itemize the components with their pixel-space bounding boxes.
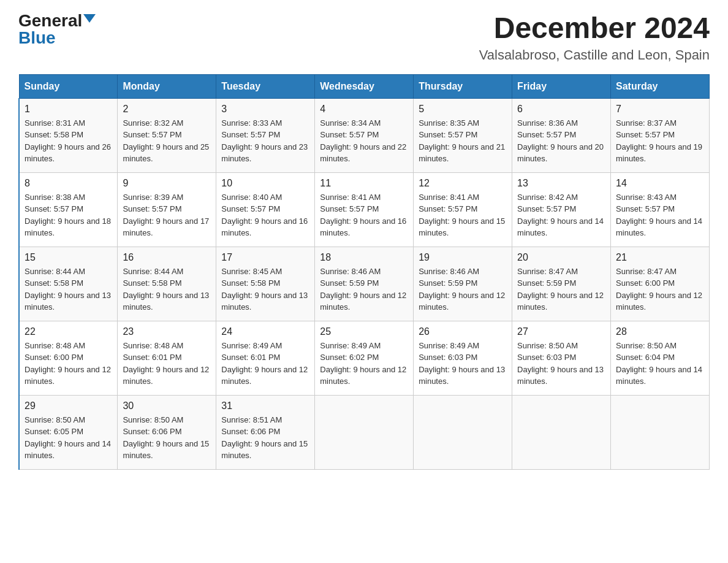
calendar-cell (315, 395, 414, 469)
day-number: 1 (25, 104, 112, 115)
calendar-cell (611, 395, 710, 469)
calendar-header-thursday: Thursday (414, 74, 512, 98)
calendar-cell: 20 Sunrise: 8:47 AM Sunset: 5:59 PM Dayl… (512, 247, 611, 321)
logo-blue-text: Blue (18, 29, 56, 47)
day-info: Sunrise: 8:51 AM Sunset: 6:06 PM Dayligh… (221, 414, 309, 462)
calendar-cell: 13 Sunrise: 8:42 AM Sunset: 5:57 PM Dayl… (512, 172, 611, 247)
calendar-cell: 31 Sunrise: 8:51 AM Sunset: 6:06 PM Dayl… (216, 395, 315, 469)
day-info: Sunrise: 8:31 AM Sunset: 5:58 PM Dayligh… (25, 117, 112, 165)
calendar-cell: 10 Sunrise: 8:40 AM Sunset: 5:57 PM Dayl… (216, 172, 315, 247)
calendar-week-row: 1 Sunrise: 8:31 AM Sunset: 5:58 PM Dayli… (19, 98, 710, 172)
day-number: 3 (221, 104, 309, 115)
day-info: Sunrise: 8:49 AM Sunset: 6:03 PM Dayligh… (419, 340, 507, 388)
day-info: Sunrise: 8:43 AM Sunset: 5:57 PM Dayligh… (616, 191, 704, 239)
day-number: 30 (123, 400, 211, 412)
day-info: Sunrise: 8:50 AM Sunset: 6:04 PM Dayligh… (616, 340, 704, 388)
calendar-cell: 1 Sunrise: 8:31 AM Sunset: 5:58 PM Dayli… (19, 98, 118, 172)
day-number: 6 (517, 104, 605, 115)
day-number: 11 (320, 178, 408, 189)
day-number: 2 (123, 104, 211, 115)
day-number: 13 (517, 178, 605, 189)
calendar-cell: 14 Sunrise: 8:43 AM Sunset: 5:57 PM Dayl… (611, 172, 710, 247)
day-number: 14 (616, 178, 704, 189)
day-number: 24 (221, 326, 309, 337)
day-number: 7 (616, 104, 704, 115)
day-info: Sunrise: 8:44 AM Sunset: 5:58 PM Dayligh… (25, 266, 112, 313)
day-info: Sunrise: 8:32 AM Sunset: 5:57 PM Dayligh… (123, 117, 211, 165)
calendar-cell: 5 Sunrise: 8:35 AM Sunset: 5:57 PM Dayli… (414, 98, 512, 172)
calendar-cell: 15 Sunrise: 8:44 AM Sunset: 5:58 PM Dayl… (19, 247, 118, 321)
day-info: Sunrise: 8:40 AM Sunset: 5:57 PM Dayligh… (221, 191, 309, 239)
day-info: Sunrise: 8:44 AM Sunset: 5:58 PM Dayligh… (123, 266, 211, 313)
day-info: Sunrise: 8:39 AM Sunset: 5:57 PM Dayligh… (123, 191, 211, 239)
day-info: Sunrise: 8:47 AM Sunset: 6:00 PM Dayligh… (616, 266, 704, 313)
day-info: Sunrise: 8:50 AM Sunset: 6:05 PM Dayligh… (25, 414, 112, 462)
calendar-cell (414, 395, 512, 469)
calendar-cell: 11 Sunrise: 8:41 AM Sunset: 5:57 PM Dayl… (315, 172, 414, 247)
calendar-header-wednesday: Wednesday (315, 74, 414, 98)
calendar-cell: 28 Sunrise: 8:50 AM Sunset: 6:04 PM Dayl… (611, 321, 710, 395)
day-number: 28 (616, 326, 704, 337)
day-info: Sunrise: 8:50 AM Sunset: 6:06 PM Dayligh… (123, 414, 211, 462)
day-info: Sunrise: 8:50 AM Sunset: 6:03 PM Dayligh… (517, 340, 605, 388)
calendar-table: SundayMondayTuesdayWednesdayThursdayFrid… (18, 74, 710, 470)
day-info: Sunrise: 8:46 AM Sunset: 5:59 PM Dayligh… (419, 266, 507, 313)
calendar-week-row: 8 Sunrise: 8:38 AM Sunset: 5:57 PM Dayli… (19, 172, 710, 247)
logo-triangle-icon (83, 14, 96, 23)
calendar-cell: 27 Sunrise: 8:50 AM Sunset: 6:03 PM Dayl… (512, 321, 611, 395)
calendar-cell: 29 Sunrise: 8:50 AM Sunset: 6:05 PM Dayl… (19, 395, 118, 469)
calendar-header-tuesday: Tuesday (216, 74, 315, 98)
day-info: Sunrise: 8:48 AM Sunset: 6:00 PM Dayligh… (25, 340, 112, 388)
day-info: Sunrise: 8:48 AM Sunset: 6:01 PM Dayligh… (123, 340, 211, 388)
calendar-header-row: SundayMondayTuesdayWednesdayThursdayFrid… (19, 74, 710, 98)
calendar-cell: 9 Sunrise: 8:39 AM Sunset: 5:57 PM Dayli… (118, 172, 216, 247)
day-number: 5 (419, 104, 507, 115)
day-info: Sunrise: 8:42 AM Sunset: 5:57 PM Dayligh… (517, 191, 605, 239)
location-title: Valsalabroso, Castille and Leon, Spain (479, 47, 710, 63)
day-info: Sunrise: 8:46 AM Sunset: 5:59 PM Dayligh… (320, 266, 408, 313)
calendar-cell: 7 Sunrise: 8:37 AM Sunset: 5:57 PM Dayli… (611, 98, 710, 172)
calendar-cell: 2 Sunrise: 8:32 AM Sunset: 5:57 PM Dayli… (118, 98, 216, 172)
day-info: Sunrise: 8:34 AM Sunset: 5:57 PM Dayligh… (320, 117, 408, 165)
calendar-cell: 8 Sunrise: 8:38 AM Sunset: 5:57 PM Dayli… (19, 172, 118, 247)
calendar-cell (512, 395, 611, 469)
calendar-cell: 21 Sunrise: 8:47 AM Sunset: 6:00 PM Dayl… (611, 247, 710, 321)
day-number: 15 (25, 252, 112, 263)
day-number: 17 (221, 252, 309, 263)
day-number: 10 (221, 178, 309, 189)
day-number: 18 (320, 252, 408, 263)
calendar-cell: 24 Sunrise: 8:49 AM Sunset: 6:01 PM Dayl… (216, 321, 315, 395)
day-number: 29 (25, 400, 112, 412)
calendar-week-row: 15 Sunrise: 8:44 AM Sunset: 5:58 PM Dayl… (19, 247, 710, 321)
day-number: 20 (517, 252, 605, 263)
calendar-cell: 18 Sunrise: 8:46 AM Sunset: 5:59 PM Dayl… (315, 247, 414, 321)
day-info: Sunrise: 8:35 AM Sunset: 5:57 PM Dayligh… (419, 117, 507, 165)
day-number: 4 (320, 104, 408, 115)
calendar-cell: 22 Sunrise: 8:48 AM Sunset: 6:00 PM Dayl… (19, 321, 118, 395)
day-info: Sunrise: 8:47 AM Sunset: 5:59 PM Dayligh… (517, 266, 605, 313)
logo: General Blue (18, 12, 96, 47)
calendar-cell: 6 Sunrise: 8:36 AM Sunset: 5:57 PM Dayli… (512, 98, 611, 172)
title-block: December 2024 Valsalabroso, Castille and… (479, 12, 710, 63)
day-info: Sunrise: 8:49 AM Sunset: 6:01 PM Dayligh… (221, 340, 309, 388)
page-header: General Blue December 2024 Valsalabroso,… (18, 12, 710, 63)
day-info: Sunrise: 8:41 AM Sunset: 5:57 PM Dayligh… (320, 191, 408, 239)
day-info: Sunrise: 8:37 AM Sunset: 5:57 PM Dayligh… (616, 117, 704, 165)
calendar-week-row: 22 Sunrise: 8:48 AM Sunset: 6:00 PM Dayl… (19, 321, 710, 395)
day-info: Sunrise: 8:49 AM Sunset: 6:02 PM Dayligh… (320, 340, 408, 388)
day-info: Sunrise: 8:45 AM Sunset: 5:58 PM Dayligh… (221, 266, 309, 313)
logo-general-text: General (18, 12, 82, 29)
day-number: 25 (320, 326, 408, 337)
calendar-cell: 17 Sunrise: 8:45 AM Sunset: 5:58 PM Dayl… (216, 247, 315, 321)
month-title: December 2024 (479, 12, 710, 45)
day-number: 12 (419, 178, 507, 189)
calendar-cell: 26 Sunrise: 8:49 AM Sunset: 6:03 PM Dayl… (414, 321, 512, 395)
calendar-cell: 23 Sunrise: 8:48 AM Sunset: 6:01 PM Dayl… (118, 321, 216, 395)
calendar-week-row: 29 Sunrise: 8:50 AM Sunset: 6:05 PM Dayl… (19, 395, 710, 469)
calendar-header-friday: Friday (512, 74, 611, 98)
day-info: Sunrise: 8:38 AM Sunset: 5:57 PM Dayligh… (25, 191, 112, 239)
calendar-header-saturday: Saturday (611, 74, 710, 98)
day-number: 8 (25, 178, 112, 189)
calendar-cell: 16 Sunrise: 8:44 AM Sunset: 5:58 PM Dayl… (118, 247, 216, 321)
day-number: 22 (25, 326, 112, 337)
